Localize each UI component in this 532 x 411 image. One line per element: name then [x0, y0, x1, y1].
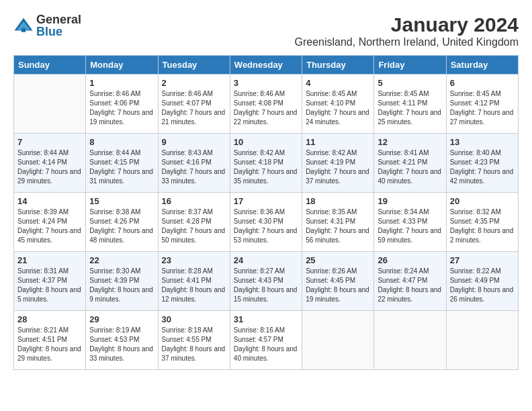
calendar-cell: 10Sunrise: 8:42 AM Sunset: 4:18 PM Dayli…	[230, 134, 302, 193]
header-tuesday: Tuesday	[158, 56, 230, 75]
day-info: Sunrise: 8:46 AM Sunset: 4:06 PM Dayligh…	[89, 89, 154, 127]
day-info: Sunrise: 8:39 AM Sunset: 4:24 PM Dayligh…	[17, 208, 82, 245]
day-info: Sunrise: 8:44 AM Sunset: 4:14 PM Dayligh…	[17, 148, 82, 186]
day-info: Sunrise: 8:28 AM Sunset: 4:41 PM Dayligh…	[162, 267, 226, 304]
day-info: Sunrise: 8:45 AM Sunset: 4:10 PM Dayligh…	[306, 89, 370, 127]
calendar-cell: 23Sunrise: 8:28 AM Sunset: 4:41 PM Dayli…	[158, 252, 230, 311]
calendar-cell: 25Sunrise: 8:26 AM Sunset: 4:45 PM Dayli…	[302, 252, 374, 311]
calendar-cell: 17Sunrise: 8:36 AM Sunset: 4:30 PM Dayli…	[230, 193, 302, 252]
calendar-cell: 14Sunrise: 8:39 AM Sunset: 4:24 PM Dayli…	[14, 193, 86, 252]
calendar-cell: 2Sunrise: 8:46 AM Sunset: 4:07 PM Daylig…	[158, 75, 230, 134]
day-number: 22	[89, 255, 154, 265]
title-block: January 2024 Greenisland, Northern Irela…	[294, 13, 519, 48]
calendar-cell: 29Sunrise: 8:19 AM Sunset: 4:53 PM Dayli…	[86, 311, 158, 370]
calendar-cell: 30Sunrise: 8:18 AM Sunset: 4:55 PM Dayli…	[158, 311, 230, 370]
calendar-header-row: SundayMondayTuesdayWednesdayThursdayFrid…	[14, 56, 519, 75]
day-number: 30	[162, 314, 226, 324]
day-info: Sunrise: 8:44 AM Sunset: 4:15 PM Dayligh…	[89, 148, 154, 186]
location-subtitle: Greenisland, Northern Ireland, United Ki…	[294, 36, 519, 48]
calendar-cell: 6Sunrise: 8:45 AM Sunset: 4:12 PM Daylig…	[446, 75, 518, 134]
header-thursday: Thursday	[302, 56, 374, 75]
day-number: 16	[162, 196, 226, 206]
day-info: Sunrise: 8:45 AM Sunset: 4:11 PM Dayligh…	[378, 89, 442, 127]
day-number: 12	[378, 137, 442, 147]
day-info: Sunrise: 8:18 AM Sunset: 4:55 PM Dayligh…	[162, 326, 226, 363]
day-info: Sunrise: 8:34 AM Sunset: 4:33 PM Dayligh…	[378, 208, 442, 245]
calendar-cell: 13Sunrise: 8:40 AM Sunset: 4:23 PM Dayli…	[446, 134, 518, 193]
calendar-cell: 12Sunrise: 8:41 AM Sunset: 4:21 PM Dayli…	[374, 134, 446, 193]
calendar-cell: 21Sunrise: 8:31 AM Sunset: 4:37 PM Dayli…	[14, 252, 86, 311]
calendar-cell: 5Sunrise: 8:45 AM Sunset: 4:11 PM Daylig…	[374, 75, 446, 134]
day-info: Sunrise: 8:32 AM Sunset: 4:35 PM Dayligh…	[450, 208, 515, 245]
day-number: 9	[162, 137, 226, 147]
day-number: 26	[378, 255, 442, 265]
day-number: 14	[17, 196, 82, 206]
day-number: 11	[306, 137, 370, 147]
day-info: Sunrise: 8:16 AM Sunset: 4:57 PM Dayligh…	[234, 326, 298, 363]
header-monday: Monday	[86, 56, 158, 75]
calendar-cell: 3Sunrise: 8:46 AM Sunset: 4:08 PM Daylig…	[230, 75, 302, 134]
calendar-cell	[14, 75, 86, 134]
calendar-cell: 1Sunrise: 8:46 AM Sunset: 4:06 PM Daylig…	[86, 75, 158, 134]
calendar-cell: 27Sunrise: 8:22 AM Sunset: 4:49 PM Dayli…	[446, 252, 518, 311]
day-info: Sunrise: 8:40 AM Sunset: 4:23 PM Dayligh…	[450, 148, 515, 186]
page-header: General Blue January 2024 Greenisland, N…	[13, 13, 519, 48]
calendar-cell: 19Sunrise: 8:34 AM Sunset: 4:33 PM Dayli…	[374, 193, 446, 252]
header-friday: Friday	[374, 56, 446, 75]
day-number: 10	[234, 137, 298, 147]
calendar-cell: 26Sunrise: 8:24 AM Sunset: 4:47 PM Dayli…	[374, 252, 446, 311]
day-info: Sunrise: 8:43 AM Sunset: 4:16 PM Dayligh…	[162, 148, 226, 186]
day-number: 2	[162, 78, 226, 88]
day-info: Sunrise: 8:46 AM Sunset: 4:07 PM Dayligh…	[162, 89, 226, 127]
day-info: Sunrise: 8:24 AM Sunset: 4:47 PM Dayligh…	[378, 267, 442, 304]
logo-icon	[13, 15, 34, 36]
day-info: Sunrise: 8:46 AM Sunset: 4:08 PM Dayligh…	[234, 89, 298, 127]
calendar-cell: 15Sunrise: 8:38 AM Sunset: 4:26 PM Dayli…	[86, 193, 158, 252]
day-number: 13	[450, 137, 515, 147]
day-number: 4	[306, 78, 370, 88]
day-number: 17	[234, 196, 298, 206]
day-number: 18	[306, 196, 370, 206]
month-title: January 2024	[294, 13, 519, 36]
calendar-cell: 18Sunrise: 8:35 AM Sunset: 4:31 PM Dayli…	[302, 193, 374, 252]
header-sunday: Sunday	[14, 56, 86, 75]
day-info: Sunrise: 8:41 AM Sunset: 4:21 PM Dayligh…	[378, 148, 442, 186]
day-info: Sunrise: 8:27 AM Sunset: 4:43 PM Dayligh…	[234, 267, 298, 304]
calendar-cell: 20Sunrise: 8:32 AM Sunset: 4:35 PM Dayli…	[446, 193, 518, 252]
calendar-week-row: 21Sunrise: 8:31 AM Sunset: 4:37 PM Dayli…	[14, 252, 519, 311]
day-info: Sunrise: 8:21 AM Sunset: 4:51 PM Dayligh…	[17, 326, 82, 363]
day-number: 21	[17, 255, 82, 265]
calendar-cell	[374, 311, 446, 370]
calendar-cell: 22Sunrise: 8:30 AM Sunset: 4:39 PM Dayli…	[86, 252, 158, 311]
day-number: 6	[450, 78, 515, 88]
calendar-week-row: 28Sunrise: 8:21 AM Sunset: 4:51 PM Dayli…	[14, 311, 519, 370]
day-number: 27	[450, 255, 515, 265]
day-number: 8	[89, 137, 154, 147]
calendar-cell: 7Sunrise: 8:44 AM Sunset: 4:14 PM Daylig…	[14, 134, 86, 193]
header-wednesday: Wednesday	[230, 56, 302, 75]
calendar-cell: 9Sunrise: 8:43 AM Sunset: 4:16 PM Daylig…	[158, 134, 230, 193]
calendar-week-row: 14Sunrise: 8:39 AM Sunset: 4:24 PM Dayli…	[14, 193, 519, 252]
calendar-cell: 8Sunrise: 8:44 AM Sunset: 4:15 PM Daylig…	[86, 134, 158, 193]
day-number: 25	[306, 255, 370, 265]
day-info: Sunrise: 8:19 AM Sunset: 4:53 PM Dayligh…	[89, 326, 154, 363]
day-number: 23	[162, 255, 226, 265]
day-info: Sunrise: 8:45 AM Sunset: 4:12 PM Dayligh…	[450, 89, 515, 127]
day-info: Sunrise: 8:26 AM Sunset: 4:45 PM Dayligh…	[306, 267, 370, 304]
calendar-table: SundayMondayTuesdayWednesdayThursdayFrid…	[13, 55, 519, 370]
day-info: Sunrise: 8:35 AM Sunset: 4:31 PM Dayligh…	[306, 208, 370, 245]
logo-blue: Blue	[36, 26, 81, 38]
calendar-week-row: 1Sunrise: 8:46 AM Sunset: 4:06 PM Daylig…	[14, 75, 519, 134]
calendar-cell	[302, 311, 374, 370]
day-number: 28	[17, 314, 82, 324]
svg-rect-2	[21, 28, 26, 32]
day-info: Sunrise: 8:31 AM Sunset: 4:37 PM Dayligh…	[17, 267, 82, 304]
calendar-week-row: 7Sunrise: 8:44 AM Sunset: 4:14 PM Daylig…	[14, 134, 519, 193]
day-number: 29	[89, 314, 154, 324]
day-info: Sunrise: 8:22 AM Sunset: 4:49 PM Dayligh…	[450, 267, 515, 304]
header-saturday: Saturday	[446, 56, 518, 75]
day-info: Sunrise: 8:37 AM Sunset: 4:28 PM Dayligh…	[162, 208, 226, 245]
day-info: Sunrise: 8:42 AM Sunset: 4:18 PM Dayligh…	[234, 148, 298, 186]
day-info: Sunrise: 8:38 AM Sunset: 4:26 PM Dayligh…	[89, 208, 154, 245]
day-number: 5	[378, 78, 442, 88]
